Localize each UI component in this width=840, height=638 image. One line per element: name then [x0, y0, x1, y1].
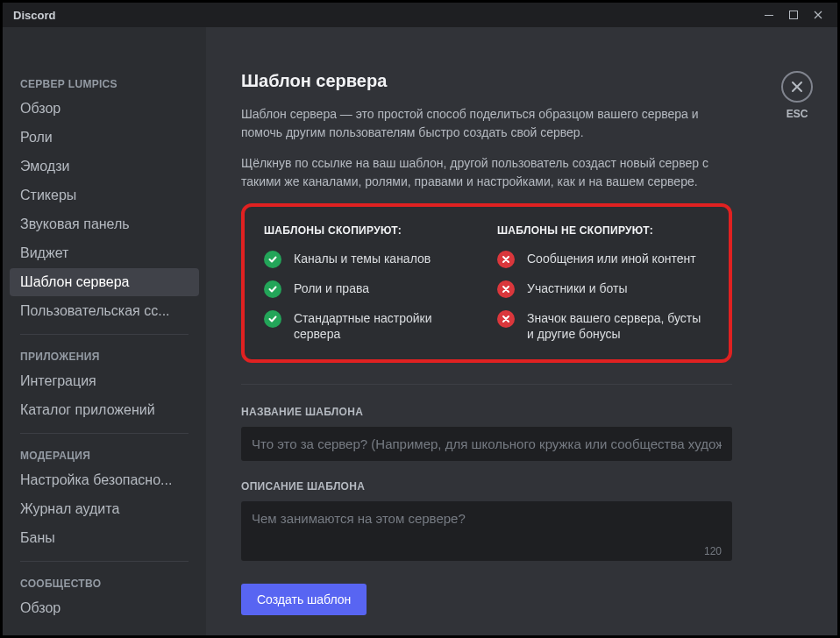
copy-item: Роли и права [264, 280, 476, 298]
svg-rect-1 [790, 11, 798, 19]
sidebar-item-audit-log[interactable]: Журнал аудита [10, 495, 199, 523]
check-icon [264, 310, 281, 328]
copy-item-label: Стандартные настройки сервера [294, 310, 476, 342]
sidebar-divider [20, 433, 189, 434]
cross-icon [497, 310, 515, 328]
app-title: Discord [13, 9, 55, 22]
sidebar-item-stickers[interactable]: Стикеры [10, 181, 199, 209]
sidebar-section-server: СЕРВЕР LUMPICS [10, 71, 199, 94]
sidebar-item-app-directory[interactable]: Каталог приложений [10, 396, 199, 424]
check-icon [264, 280, 281, 298]
check-icon [264, 251, 281, 268]
close-icon [813, 10, 823, 20]
sidebar-section-community: СООБЩЕСТВО [10, 571, 199, 593]
will-copy-column: ШАБЛОНЫ СКОПИРУЮТ: Каналы и темы каналов… [264, 224, 476, 342]
x-icon [790, 80, 804, 94]
sidebar-item-safety-setup[interactable]: Настройка безопасно... [10, 466, 199, 494]
nocopy-item: Сообщения или иной контент [497, 251, 709, 268]
nocopy-item: Значок вашего сервера, бусты и другие бо… [497, 310, 709, 342]
close-settings-button[interactable]: ESC [781, 71, 813, 120]
will-copy-header: ШАБЛОНЫ СКОПИРУЮТ: [264, 224, 476, 237]
maximize-icon [788, 10, 799, 20]
template-description-label: ОПИСАНИЕ ШАБЛОНА [241, 480, 802, 493]
sidebar-divider [20, 334, 189, 335]
sidebar-item-custom-link[interactable]: Пользовательская сс... [10, 297, 199, 325]
sidebar-item-bans[interactable]: Баны [10, 524, 199, 552]
template-copy-info-box: ШАБЛОНЫ СКОПИРУЮТ: Каналы и темы каналов… [241, 203, 732, 363]
nocopy-item-label: Сообщения или иной контент [527, 251, 696, 266]
maximize-button[interactable] [781, 5, 806, 25]
close-circle-icon [781, 71, 813, 103]
template-name-input[interactable] [241, 427, 732, 461]
settings-sidebar: СЕРВЕР LUMPICS Обзор Роли Эмодзи Стикеры… [3, 27, 206, 635]
sidebar-item-overview[interactable]: Обзор [10, 95, 199, 123]
content-area: СЕРВЕР LUMPICS Обзор Роли Эмодзи Стикеры… [3, 27, 837, 635]
page-title: Шаблон сервера [241, 71, 802, 91]
sidebar-item-integration[interactable]: Интеграция [10, 367, 199, 395]
template-description-wrap: 120 [241, 501, 732, 564]
svg-rect-0 [765, 15, 773, 16]
template-description-input[interactable] [241, 501, 732, 561]
sidebar-section-apps: ПРИЛОЖЕНИЯ [10, 344, 199, 366]
sidebar-item-server-template[interactable]: Шаблон сервера [10, 268, 199, 296]
copy-item: Стандартные настройки сервера [264, 310, 476, 342]
copy-item-label: Роли и права [294, 280, 369, 296]
minimize-icon [764, 10, 774, 20]
page-description-2: Щёлкнув по ссылке на ваш шаблон, другой … [241, 154, 732, 191]
sidebar-item-emoji[interactable]: Эмодзи [10, 152, 199, 181]
window-controls [757, 5, 830, 25]
sidebar-divider [20, 561, 189, 562]
sidebar-item-roles[interactable]: Роли [10, 124, 199, 152]
sidebar-item-soundboard[interactable]: Звуковая панель [10, 210, 199, 238]
page-description-1: Шаблон сервера — это простой способ поде… [241, 105, 732, 142]
nocopy-item-label: Значок вашего сервера, бусты и другие бо… [527, 310, 709, 342]
wont-copy-header: ШАБЛОНЫ НЕ СКОПИРУЮТ: [497, 224, 709, 237]
char-count: 120 [704, 545, 722, 557]
sidebar-item-community-overview[interactable]: Обзор [10, 594, 199, 622]
esc-label: ESC [787, 108, 808, 120]
titlebar: Discord [3, 3, 837, 27]
app-frame: Discord СЕРВЕР LUMPICS Обзор Роли Эмодзи… [3, 3, 837, 635]
sidebar-item-widget[interactable]: Виджет [10, 239, 199, 267]
wont-copy-column: ШАБЛОНЫ НЕ СКОПИРУЮТ: Сообщения или иной… [497, 224, 709, 342]
divider [241, 384, 732, 385]
sidebar-section-moderation: МОДЕРАЦИЯ [10, 443, 199, 465]
main-content: ESC Шаблон сервера Шаблон сервера — это … [206, 27, 837, 635]
cross-icon [497, 280, 515, 298]
close-window-button[interactable] [806, 5, 830, 25]
minimize-button[interactable] [757, 5, 781, 25]
cross-icon [497, 251, 515, 268]
nocopy-item-label: Участники и боты [527, 280, 627, 296]
nocopy-item: Участники и боты [497, 280, 709, 298]
create-template-button[interactable]: Создать шаблон [241, 584, 367, 615]
template-name-label: НАЗВАНИЕ ШАБЛОНА [241, 406, 802, 418]
copy-item: Каналы и темы каналов [264, 251, 476, 268]
copy-item-label: Каналы и темы каналов [294, 251, 431, 266]
